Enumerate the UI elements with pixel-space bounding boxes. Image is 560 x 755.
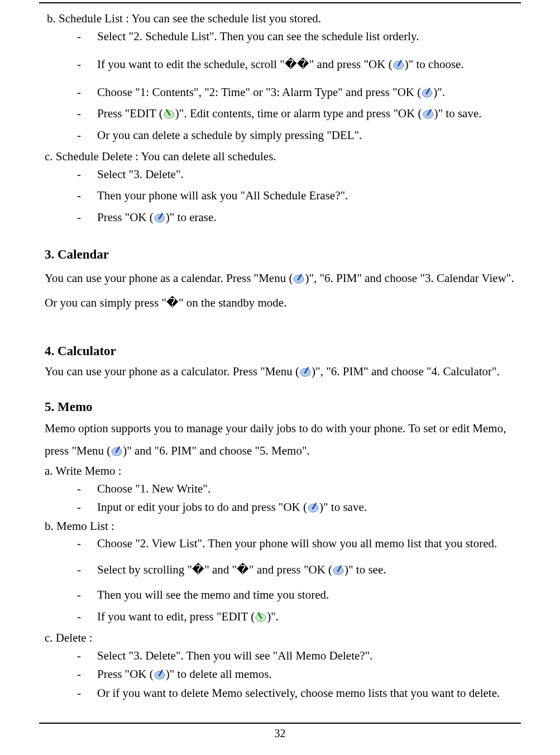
list-item: - Select by scrolling "�" and "�" and pr…: [77, 561, 515, 579]
memo-intro: Memo option supports you to manage your …: [45, 418, 515, 462]
dash-icon: -: [77, 84, 92, 102]
memo-delete-items: - Select "3. Delete". Then you will see …: [77, 647, 515, 703]
calculator-body: You can use your phone as a calculator. …: [45, 362, 515, 382]
dash-icon: -: [77, 535, 92, 553]
schedule-list-section: b. Schedule List : You can see the sched…: [45, 10, 515, 144]
list-item: - Select "2. Schedule List". Then you ca…: [77, 28, 515, 46]
item-text: Choose "1. New Write".: [92, 480, 515, 498]
memo-list-items: - Choose "2. View List". Then your phone…: [77, 535, 515, 625]
list-item: - Press "OK ()" to erase.: [77, 209, 515, 227]
dash-icon: -: [77, 561, 92, 579]
item-text: Select "3. Delete". Then you will see "A…: [92, 647, 515, 665]
schedule-list-items: - Select "2. Schedule List". Then you ca…: [77, 28, 515, 145]
item-text: Select "2. Schedule List". Then you can …: [92, 28, 515, 46]
item-text: Choose "1: Contents", "2: Time" or "3: A…: [92, 84, 515, 102]
calendar-body: You can use your phone as a calendar. Pr…: [45, 266, 515, 315]
ok-button-icon: [332, 565, 344, 576]
list-item: - Then you will see the memo and time yo…: [77, 586, 515, 604]
dash-icon: -: [77, 499, 92, 517]
page-content: b. Schedule List : You can see the sched…: [0, 0, 560, 702]
item-text: Select "3. Delete".: [92, 166, 515, 184]
list-item: - Select "3. Delete".: [77, 166, 515, 184]
schedule-delete-title: c. Schedule Delete : You can delete all …: [45, 148, 515, 166]
dash-icon: -: [77, 28, 92, 46]
dash-icon: -: [77, 127, 92, 145]
edit-button-icon: [255, 611, 267, 623]
write-memo-items: - Choose "1. New Write". - Input or edit…: [77, 480, 515, 517]
memo-delete-title: c. Delete :: [45, 629, 515, 647]
ok-button-icon: [422, 108, 434, 120]
ok-button-icon: [307, 502, 319, 513]
list-item: - If you want to edit, press "EDIT ()".: [77, 608, 515, 626]
ok-button-icon: [393, 59, 405, 70]
item-text: Choose "2. View List". Then your phone w…: [92, 535, 515, 553]
edit-button-icon: [163, 108, 175, 120]
item-text: Press "EDIT ()". Edit contents, time or …: [92, 105, 515, 123]
dash-icon: -: [77, 187, 92, 205]
menu-button-icon: [293, 273, 305, 284]
list-item: - Press "OK ()" to delete all memos.: [77, 666, 515, 684]
list-item: - Or you can delete a schedule by simply…: [77, 127, 515, 145]
dash-icon: -: [77, 166, 92, 184]
dash-icon: -: [77, 608, 92, 626]
calendar-heading: 3. Calendar: [45, 245, 515, 265]
ok-button-icon: [154, 212, 166, 223]
memo-heading: 5. Memo: [45, 398, 515, 417]
schedule-list-title: b. Schedule List : You can see the sched…: [47, 10, 515, 28]
list-item: - Or if you want to delete Memo selectiv…: [77, 685, 515, 703]
item-text: Press "OK ()" to delete all memos.: [92, 666, 515, 684]
schedule-delete-section: c. Schedule Delete : You can delete all …: [45, 148, 515, 226]
ok-button-icon: [154, 669, 166, 680]
item-text: Select by scrolling "�" and "�" and pres…: [92, 561, 515, 579]
dash-icon: -: [77, 105, 92, 123]
list-item: - Choose "1: Contents", "2: Time" or "3:…: [77, 84, 515, 102]
dash-icon: -: [77, 647, 92, 665]
list-item: - If you want to edit the schedule, scro…: [77, 55, 515, 74]
dash-icon: -: [77, 480, 92, 498]
top-rule: [39, 2, 521, 3]
ok-button-icon: [421, 87, 433, 98]
item-text: Then your phone will ask you "All Schedu…: [92, 187, 515, 205]
write-memo-title: a. Write Memo :: [45, 462, 515, 480]
list-item: - Input or edit your jobs to do and pres…: [77, 499, 515, 517]
list-item: - Choose "1. New Write".: [77, 480, 515, 498]
list-item: - Then your phone will ask you "All Sche…: [77, 187, 515, 205]
item-text: If you want to edit, press "EDIT ()".: [92, 608, 515, 626]
item-text: Or if you want to delete Memo selectivel…: [92, 685, 515, 703]
dash-icon: -: [77, 56, 92, 74]
list-item: - Choose "2. View List". Then your phone…: [77, 535, 515, 553]
item-text: Press "OK ()" to erase.: [92, 209, 515, 227]
menu-button-icon: [111, 446, 123, 457]
item-text: Input or edit your jobs to do and press …: [92, 499, 515, 517]
calculator-heading: 4. Calculator: [45, 342, 515, 361]
bottom-rule: [39, 723, 521, 724]
schedule-delete-items: - Select "3. Delete". - Then your phone …: [77, 166, 515, 227]
menu-button-icon: [299, 366, 312, 378]
list-item: - Select "3. Delete". Then you will see …: [77, 647, 515, 665]
item-text: Then you will see the memo and time you …: [92, 586, 515, 604]
page-number: 32: [0, 725, 560, 742]
dash-icon: -: [77, 586, 92, 604]
dash-icon: -: [77, 685, 92, 703]
item-text: Or you can delete a schedule by simply p…: [92, 127, 515, 145]
memo-list-title: b. Memo List :: [45, 518, 515, 536]
list-item: - Press "EDIT ()". Edit contents, time o…: [77, 105, 515, 123]
dash-icon: -: [77, 209, 92, 227]
item-text: If you want to edit the schedule, scroll…: [92, 55, 515, 74]
dash-icon: -: [77, 666, 92, 684]
